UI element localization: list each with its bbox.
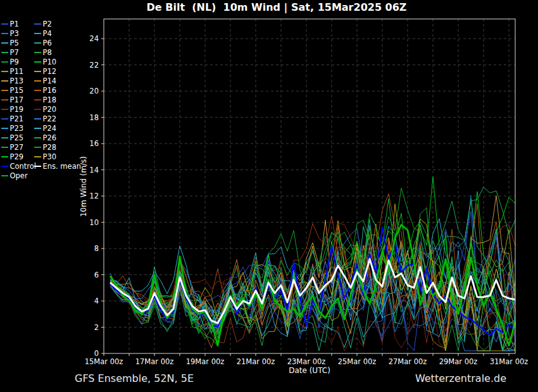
legend-label: P5 — [10, 39, 19, 47]
legend-label: P26 — [43, 133, 57, 142]
legend-label: P9 — [10, 58, 19, 66]
legend-label: P7 — [10, 48, 19, 57]
legend-label: P28 — [43, 143, 57, 152]
legend-label: Ens. mean — [43, 162, 81, 171]
legend-label: P3 — [10, 29, 19, 38]
legend-label: P10 — [43, 58, 57, 66]
x-axis-label: Date (UTC) — [289, 366, 330, 375]
legend-label: P17 — [10, 95, 24, 104]
y-tick-label: 2 — [94, 323, 99, 332]
legend-label: P19 — [10, 105, 24, 114]
x-tick-label: 17Mar 00z — [135, 357, 174, 366]
y-tick-label: 4 — [94, 297, 99, 305]
legend-label: P22 — [43, 114, 57, 123]
x-tick-label: 29Mar 00z — [439, 357, 478, 366]
x-tick-label: 25Mar 00z — [338, 357, 377, 366]
legend-label: Oper — [10, 171, 28, 180]
x-tick-labels: 15Mar 00z17Mar 00z19Mar 00z21Mar 00z23Ma… — [85, 357, 529, 366]
legend-label: P29 — [10, 152, 24, 161]
y-tick-label: 24 — [89, 34, 99, 43]
y-tick-label: 10 — [89, 218, 99, 227]
legend-label: Control — [10, 162, 37, 171]
legend-label: P25 — [10, 133, 24, 142]
legend-label: P14 — [43, 77, 57, 85]
y-tick-label: 12 — [89, 192, 99, 200]
x-tick-label: 31Mar 00z — [490, 357, 529, 366]
legend-label: P24 — [43, 124, 57, 133]
chart-title: De Bilt (NL) 10m Wind | Sat, 15Mar2025 0… — [147, 1, 407, 14]
legend-label: P6 — [43, 39, 52, 47]
legend-label: P20 — [43, 105, 57, 114]
legend-label: P30 — [43, 152, 57, 161]
legend-label: P23 — [10, 124, 24, 133]
x-tick-label: 23Mar 00z — [287, 357, 326, 366]
legend-label: P2 — [43, 20, 52, 28]
chart-root: De Bilt (NL) 10m Wind | Sat, 15Mar2025 0… — [0, 0, 538, 392]
legend-label: P27 — [10, 143, 24, 152]
y-tick-label: 8 — [94, 244, 99, 253]
legend-label: P21 — [10, 114, 24, 123]
y-tick-label: 14 — [89, 166, 99, 175]
x-tick-label: 21Mar 00z — [237, 357, 275, 366]
legend-label: P1 — [10, 20, 19, 28]
y-tick-label: 22 — [89, 61, 99, 70]
x-tick-label: 19Mar 00z — [186, 357, 225, 366]
legend-label: P15 — [10, 86, 24, 95]
wind-ensemble-chart: De Bilt (NL) 10m Wind | Sat, 15Mar2025 0… — [0, 0, 538, 392]
y-tick-label: 16 — [89, 139, 99, 148]
legend-label: P13 — [10, 77, 24, 85]
y-tick-label: 0 — [94, 349, 99, 358]
legend-label: P11 — [10, 67, 24, 76]
y-tick-label: 18 — [89, 113, 99, 122]
legend-label: P18 — [43, 95, 57, 104]
legend-label: P4 — [43, 29, 52, 38]
y-tick-label: 20 — [89, 87, 99, 95]
credit-label: Wetterzentrale.de — [415, 372, 506, 384]
legend-label: P12 — [43, 67, 57, 76]
y-tick-label: 6 — [94, 271, 99, 279]
model-label: GFS Ensemble, 52N, 5E — [75, 372, 194, 384]
x-tick-label: 15Mar 00z — [85, 357, 123, 366]
legend-label: P8 — [43, 48, 52, 57]
legend-label: P16 — [43, 86, 57, 95]
x-tick-label: 27Mar 00z — [389, 357, 427, 366]
